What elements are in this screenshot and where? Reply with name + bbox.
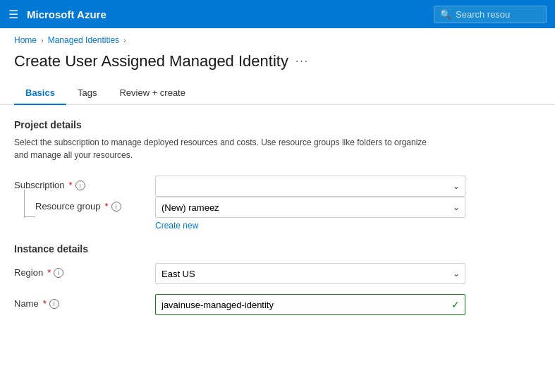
resource-group-required: * [105,201,109,212]
tab-tags[interactable]: Tags [66,82,108,105]
create-new-resource-group-link[interactable]: Create new [155,221,198,231]
region-control: East US ⌄ [155,263,541,284]
resource-group-label: Resource group [35,201,101,212]
subscription-info-icon[interactable]: i [75,180,85,190]
tabs-container: Basics Tags Review + create [0,82,555,105]
breadcrumb-separator-2: › [123,36,126,44]
content-area: Project details Select the subscription … [0,105,555,339]
name-valid-check-icon: ✓ [451,299,460,310]
subscription-label-col: Subscription * i [14,176,155,190]
resource-group-select-wrapper: (New) rameez ⌄ [155,197,465,218]
subscription-required: * [69,180,73,190]
search-icon: 🔍 [440,9,451,20]
region-select[interactable]: East US [155,263,465,284]
region-select-wrapper: East US ⌄ [155,263,465,284]
breadcrumb-separator-1: › [41,36,44,44]
hamburger-menu[interactable]: ☰ [8,8,18,21]
resource-group-select[interactable]: (New) rameez [155,197,465,218]
breadcrumb-managed-identities[interactable]: Managed Identities [48,35,119,45]
resource-group-label-col: Resource group * i [35,197,121,212]
name-label: Name [14,298,39,309]
region-info-icon[interactable]: i [54,268,63,278]
tab-review-create[interactable]: Review + create [108,82,197,105]
subscription-control: ⌄ [155,176,541,197]
name-input-wrapper: ✓ [155,294,465,315]
tab-basics[interactable]: Basics [14,82,66,105]
region-label: Region [14,267,43,278]
region-label-col: Region * i [14,263,155,278]
name-label-col: Name * i [14,294,155,309]
subscription-select[interactable] [155,176,465,197]
search-input[interactable] [456,9,540,20]
breadcrumb: Home › Managed Identities › [0,28,555,49]
page-more-menu-button[interactable]: ··· [295,55,309,68]
app-title: Microsoft Azure [27,8,106,20]
subscription-label: Subscription [14,180,65,190]
project-details-description: Select the subscription to manage deploy… [14,136,437,161]
page-title: Create User Assigned Managed Identity [14,52,288,71]
name-row: Name * i ✓ [14,294,541,315]
region-required: * [47,267,51,278]
resource-group-info-icon[interactable]: i [111,202,121,212]
name-info-icon[interactable]: i [49,299,59,309]
search-bar[interactable]: 🔍 [434,6,547,23]
subscription-select-wrapper: ⌄ [155,176,465,197]
name-required: * [43,298,47,309]
resource-group-control: (New) rameez ⌄ Create new [155,197,541,231]
name-input[interactable] [155,294,465,315]
subscription-row: Subscription * i ⌄ [14,176,541,197]
page-header: Create User Assigned Managed Identity ··… [0,49,555,82]
project-details-title: Project details [14,119,541,130]
breadcrumb-home[interactable]: Home [14,35,37,45]
topbar: ☰ Microsoft Azure 🔍 [0,0,555,28]
instance-details-title: Instance details [14,243,541,255]
region-row: Region * i East US ⌄ [14,263,541,284]
name-control: ✓ [155,294,541,315]
